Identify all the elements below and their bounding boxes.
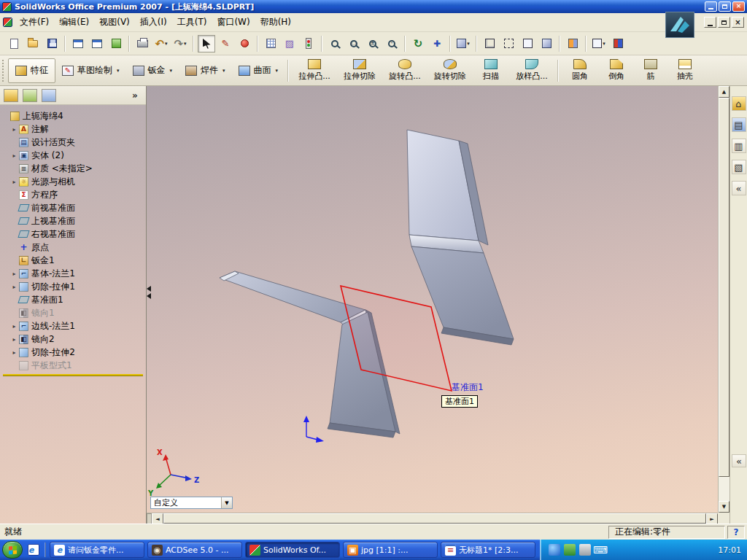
tree-item-design-binder[interactable]: ▤ 设计活页夹 [1,136,144,149]
revolved-cut-button[interactable]: 旋转切除 [427,57,473,85]
scroll-right-button[interactable]: ► [706,513,718,524]
view-splitter-box[interactable] [147,513,152,524]
appearance-button[interactable]: ▨ [281,35,298,52]
sketch-button[interactable]: ✎ [217,35,234,52]
maximize-button[interactable] [719,1,731,12]
make-assembly-button[interactable] [88,35,106,52]
tab-sketch[interactable]: ✎ 草图绘制 ▾ [55,58,126,83]
view-orientation-combo[interactable]: 自定义 ▼ [150,497,233,509]
taskbar-task-browser[interactable]: e 请问钣金零件... [50,542,144,558]
sketch-tab-caret[interactable]: ▾ [117,68,120,74]
extruded-cut-button[interactable]: 拉伸切除 [337,57,382,85]
tree-item-front-plane[interactable]: 前视基准面 [1,201,144,214]
tree-item-top-plane[interactable]: 上视基准面 [1,214,144,228]
surfaces-tab-caret[interactable]: ▾ [276,68,279,74]
expand-icon[interactable]: ▸ [10,336,18,343]
tree-item-flat-pattern[interactable]: 平板型式1 [1,359,144,372]
taskbar-task-jpg-viewer[interactable]: ▣ jpg [1:1] :... [343,542,438,558]
expand-icon[interactable]: ▸ [10,126,18,133]
collapse-lower-button[interactable]: « [732,454,746,467]
panel-overflow-button[interactable]: » [128,89,142,102]
scroll-down-button[interactable]: ▼ [719,501,729,513]
shaded-with-edges-button[interactable] [538,35,555,52]
scroll-left-button[interactable]: ◄ [152,513,163,524]
undo-button[interactable]: ↶▾ [152,35,170,52]
tree-item-equations[interactable]: Σ 方程序 [1,188,144,201]
menu-view[interactable]: 视图(V) [94,14,135,31]
make-drawing-button[interactable] [69,35,87,52]
start-button[interactable] [2,541,23,559]
select-button[interactable] [198,35,215,52]
standard-views-button[interactable]: ▾ [454,35,472,52]
tree-item-base-flange[interactable]: ▸ ⌐ 基体-法兰1 [1,267,144,280]
grid-button[interactable] [262,35,279,52]
tab-sheet-metal[interactable]: 钣金 ▾ [126,58,179,83]
print-button[interactable] [133,35,151,52]
smart-dimension-button[interactable] [236,35,253,52]
taskbar-task-solidworks[interactable]: SolidWorks Of... [245,542,340,558]
shell-button[interactable]: 抽壳 [667,57,703,85]
tree-item-material[interactable]: ≡ 材质 <未指定> [1,162,144,175]
tree-root-part[interactable]: 上轭海绵4 [1,109,144,122]
wireframe-button[interactable] [481,35,498,52]
tree-item-mirror1[interactable]: ◧ 镜向1 [1,306,144,319]
zoom-in-out-button[interactable]: ± [364,35,382,52]
taskbar-clock[interactable]: 17:01 [718,545,741,555]
model-canvas[interactable]: X Y Z [147,86,718,513]
hidden-lines-removed-button[interactable] [519,35,536,52]
tree-item-plane1[interactable]: 基准面1 [1,293,144,306]
sheet-metal-tab-caret[interactable]: ▾ [170,68,173,74]
loft-button[interactable]: 放样凸... [509,57,554,85]
menu-edit[interactable]: 编辑(E) [54,14,94,31]
redo-button[interactable]: ↷▾ [171,35,189,52]
rib-button[interactable]: 筋 [635,57,667,85]
expand-icon[interactable]: ▸ [10,152,18,159]
solidworks-resources-button[interactable]: ⌂ [732,96,746,111]
tree-item-annotations[interactable]: ▸ A 注解 [1,122,144,136]
plane-label[interactable]: 基准面1 [452,381,484,394]
menu-tools[interactable]: 工具(T) [172,14,212,31]
menu-help[interactable]: 帮助(H) [255,14,296,31]
tray-antivirus-icon[interactable] [564,544,576,556]
zoom-selection-button[interactable]: · [383,35,400,52]
view-orientation-button[interactable]: ▾ [590,35,608,52]
tree-item-cut-extrude2[interactable]: ▸ 切除-拉伸2 [1,346,144,359]
vertical-scroll-thumb[interactable] [719,98,729,477]
doc-minimize-button[interactable] [704,17,716,28]
design-library-button[interactable]: ▤ [732,117,746,132]
horizontal-scroll-thumb[interactable] [163,513,706,524]
open-button[interactable] [24,35,42,52]
tab-surfaces[interactable]: 曲面 ▾ [232,58,285,83]
hidden-lines-visible-button[interactable] [500,35,517,52]
tray-display-icon[interactable] [579,544,591,556]
expand-icon[interactable]: ▸ [10,284,18,290]
section-view-button[interactable] [564,35,581,52]
tab-features[interactable]: 特征 [8,58,55,83]
propertymanager-tab[interactable] [23,89,37,102]
edit-color-button[interactable] [609,35,627,52]
chamfer-button[interactable]: 倒角 [598,57,635,85]
minimize-button[interactable] [705,1,717,12]
revolved-boss-button[interactable]: 旋转凸... [382,57,427,85]
quick-launch-internet[interactable]: e [26,542,41,557]
graphics-viewport[interactable]: X Y Z 基准面1 基准面1 自定义 ▼ [147,86,718,513]
tray-input-method-icon[interactable]: ⌨ [595,544,606,556]
expand-icon[interactable]: ▸ [10,179,18,185]
undo-dropdown-caret[interactable]: ▾ [165,41,168,47]
tree-item-cut-extrude1[interactable]: ▸ 切除-拉伸1 [1,280,144,293]
zoom-area-button[interactable]: □ [345,35,363,52]
redo-dropdown-caret[interactable]: ▾ [184,41,187,47]
fillet-button[interactable]: 圆角 [562,57,598,85]
rotate-view-button[interactable]: ↻ [409,35,427,52]
tab-weldments[interactable]: 焊件 ▾ [179,58,232,83]
view-orientation-caret[interactable]: ▾ [603,41,605,47]
help-indicator[interactable]: ? [727,526,745,539]
taskbar-task-acdsee[interactable]: ◉ ACDSee 5.0 - ... [147,542,242,558]
save-button[interactable] [43,35,61,52]
zoom-fit-button[interactable] [326,35,344,52]
doc-restore-button[interactable] [718,17,730,28]
tree-item-right-plane[interactable]: 右视基准面 [1,228,144,241]
taskbar-task-untitled-doc[interactable]: ≡ 无标题1* [2:3... [441,542,535,558]
tree-item-origin[interactable]: + 原点 [1,241,144,254]
menu-window[interactable]: 窗口(W) [212,14,255,31]
